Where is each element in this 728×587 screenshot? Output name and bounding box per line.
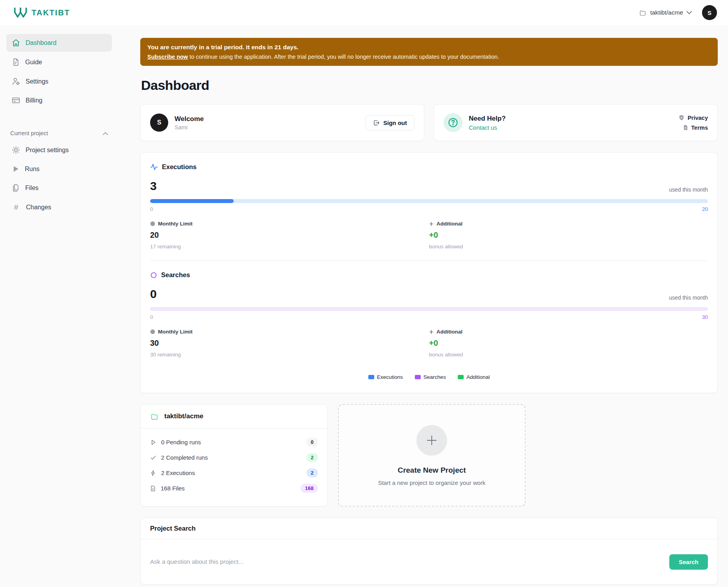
privacy-label: Privacy	[687, 115, 708, 121]
sidebar-item-files[interactable]: Files	[6, 179, 112, 197]
sidebar-item-guide[interactable]: Guide	[6, 53, 112, 71]
folder-icon	[639, 9, 646, 16]
sidebar-item-dashboard[interactable]: Dashboard	[6, 34, 112, 52]
files-icon	[12, 184, 20, 192]
sidebar-item-runs[interactable]: Runs	[6, 160, 112, 177]
usage-legend: Executions Searches Additional	[150, 374, 708, 380]
searches-additional-value: +0	[429, 339, 708, 348]
contact-us-link[interactable]: Contact us	[469, 124, 506, 131]
file-text-icon	[683, 124, 689, 131]
sidebar-item-settings[interactable]: Settings	[6, 73, 112, 90]
usage-card: Executions 3 used this month 0 20	[140, 152, 718, 393]
main-content: You are currently in a trial period. It …	[118, 25, 728, 587]
terms-label: Terms	[691, 125, 708, 131]
trial-banner: You are currently in a trial period. It …	[140, 38, 718, 66]
searches-scale-max: 30	[702, 314, 708, 320]
circle-icon	[150, 272, 157, 279]
terms-link[interactable]: Terms	[683, 124, 708, 131]
target-icon	[150, 329, 155, 334]
sidebar-section-current-project[interactable]: Current project	[6, 125, 112, 141]
legend-swatch-additional	[458, 375, 464, 379]
user-avatar[interactable]: S	[702, 5, 717, 20]
sign-out-button[interactable]: Sign out	[366, 115, 414, 130]
privacy-link[interactable]: Privacy	[678, 114, 708, 121]
stat-row-pending-runs[interactable]: 0 Pending runs 0	[150, 436, 318, 449]
home-icon	[12, 39, 20, 47]
searches-used-suffix: used this month	[669, 294, 708, 301]
chevron-up-icon	[103, 132, 108, 135]
taktibt-logo-icon	[13, 7, 28, 19]
executions-additional-note: bonus allowed	[429, 244, 708, 250]
welcome-title: Welcome	[175, 115, 204, 123]
executions-section: Executions 3 used this month 0 20	[150, 163, 708, 253]
sidebar-item-label: Runs	[25, 166, 39, 173]
searches-progress-bar	[150, 307, 708, 311]
searches-additional-note: bonus allowed	[429, 352, 708, 358]
sidebar-item-project-settings[interactable]: Project settings	[6, 141, 112, 159]
sidebar-item-billing[interactable]: Billing	[6, 92, 112, 109]
help-title: Need Help?	[469, 115, 506, 123]
stat-badge: 168	[301, 484, 318, 493]
stat-row-executions[interactable]: 2 Executions 2	[150, 466, 318, 479]
user-settings-icon	[12, 77, 20, 86]
additional-label: Additional	[436, 329, 462, 335]
sidebar-item-label: Settings	[26, 78, 48, 85]
sidebar-item-label: Guide	[25, 59, 42, 66]
sidebar-item-label: Project settings	[26, 147, 69, 154]
legend-item-executions: Executions	[368, 374, 403, 380]
plus-icon	[429, 222, 434, 226]
credit-card-icon	[12, 97, 20, 104]
play-outline-icon	[150, 439, 156, 445]
folder-icon-green	[150, 413, 159, 420]
subscribe-now-link[interactable]: Subscribe now	[147, 54, 188, 60]
create-new-project-card[interactable]: Create New Project Start a new project t…	[338, 404, 526, 507]
trial-banner-text: to continue using the application. After…	[188, 54, 499, 60]
project-selector-label: taktibt/acme	[650, 9, 683, 16]
legend-label: Additional	[466, 374, 490, 380]
legend-label: Executions	[377, 374, 403, 380]
welcome-avatar: S	[150, 114, 168, 132]
trial-banner-body: Subscribe now to continue using the appl…	[147, 54, 711, 60]
legend-label: Searches	[423, 374, 446, 380]
stat-label: 168 Files	[161, 485, 296, 492]
shield-check-icon	[678, 114, 685, 121]
project-summary-card: taktibt/acme 0 Pending runs 0	[140, 404, 328, 507]
executions-monthly-limit: Monthly Limit 20 17 remaining	[150, 221, 429, 250]
plus-icon	[429, 330, 434, 334]
project-search-input[interactable]	[150, 549, 661, 575]
brand-name: TAKTIBT	[32, 8, 70, 17]
page-title: Dashboard	[141, 78, 718, 93]
welcome-card: S Welcome Sami Sign out	[140, 104, 424, 141]
searches-used-value: 0	[150, 287, 157, 301]
executions-scale-min: 0	[150, 206, 153, 212]
gear-icon	[12, 146, 20, 154]
activity-icon	[150, 163, 158, 171]
chevron-down-icon	[687, 11, 692, 15]
usage-divider	[150, 261, 708, 261]
searches-additional: Additional +0 bonus allowed	[429, 329, 708, 358]
executions-progress-fill	[150, 199, 234, 203]
executions-additional: Additional +0 bonus allowed	[429, 221, 708, 250]
hash-icon: #	[12, 203, 20, 212]
help-icon	[444, 113, 462, 132]
play-icon	[12, 165, 19, 173]
sidebar-item-label: Dashboard	[26, 39, 56, 47]
legend-swatch-executions	[368, 375, 374, 379]
file-icon	[150, 485, 156, 492]
searches-section: Searches 0 used this month 0 30	[150, 271, 708, 361]
sidebar-item-changes[interactable]: # Changes	[6, 198, 112, 216]
stat-badge: 2	[306, 468, 318, 477]
top-bar-right: taktibt/acme S	[639, 5, 717, 20]
sign-out-icon	[373, 119, 380, 126]
plus-circle-icon	[416, 425, 447, 456]
stat-row-files[interactable]: 168 Files 168	[150, 482, 318, 495]
sidebar-section-label: Current project	[10, 130, 48, 136]
stat-row-completed-runs[interactable]: 2 Completed runs 2	[150, 451, 318, 464]
brand-logo[interactable]: TAKTIBT	[13, 7, 70, 19]
executions-scale-max: 20	[702, 206, 708, 212]
executions-remaining: 17 remaining	[150, 244, 429, 250]
project-selector[interactable]: taktibt/acme	[639, 9, 692, 16]
executions-used-suffix: used this month	[669, 186, 708, 193]
searches-scale-min: 0	[150, 314, 153, 320]
search-button[interactable]: Search	[669, 554, 708, 570]
